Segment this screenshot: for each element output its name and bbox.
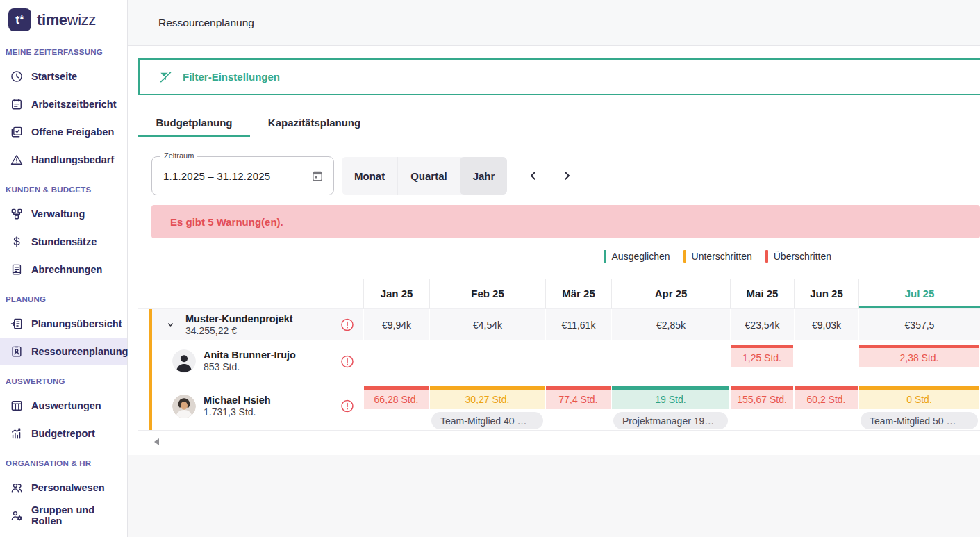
project-name-cell: Muster-Kundenprojekt34.255,22 €: [149, 309, 363, 340]
project-month-value-mai-25: €23,54k: [730, 309, 794, 340]
hours-block-ausgeglichen[interactable]: 19 Std.: [612, 386, 729, 409]
month-header-jul-25: Jul 25: [858, 279, 980, 309]
sidebar-item-label: Gruppen und Rollen: [31, 504, 127, 527]
report-icon: [10, 97, 24, 111]
row-warning-button[interactable]: [340, 318, 354, 332]
zeitraum-value: 1.1.2025 – 31.12.2025: [163, 170, 310, 182]
zeitraum-field-label: Zeitraum: [160, 151, 197, 160]
tab-kapazitätsplanung[interactable]: Kapazitätsplanung: [250, 110, 379, 137]
legend-color-bar: [765, 250, 768, 263]
person-row-michael-hsieh: Michael Hsieh1.731,3 Std.66,28 Std.30,27…: [138, 382, 980, 431]
legend-item-ausgeglichen: Ausgeglichen: [604, 250, 670, 263]
hours-block-unterschritten[interactable]: 0 Std.: [859, 386, 979, 409]
planning-cell-anita-brunner-irujo-feb-25: [429, 340, 545, 382]
dollar-icon: [10, 235, 24, 249]
period-button-monat[interactable]: Monat: [342, 157, 397, 195]
planning-cell-michael-hsieh-mär-25: 77,4 Std.: [545, 382, 611, 430]
row-warning-button[interactable]: [340, 354, 354, 368]
project-budget: 34.255,22 €: [185, 325, 293, 338]
legend-label: Überschritten: [774, 251, 831, 262]
month-header-mai-25: Mai 25: [730, 279, 794, 309]
app-window: t* timewizz MEINE ZEITERFASSUNGStartseit…: [0, 0, 980, 537]
sidebar-item-auswertungen[interactable]: Auswertungen: [0, 392, 127, 420]
person-title-block: Anita Brunner-Irujo853 Std.: [204, 349, 296, 374]
hours-block-ueberschritten[interactable]: 1,25 Std.: [731, 345, 793, 367]
month-header-feb-25: Feb 25: [429, 279, 545, 309]
hours-block-ueberschritten[interactable]: 77,4 Std.: [546, 386, 611, 409]
planning-cell-anita-brunner-irujo-jul-25: 2,38 Std.: [858, 340, 980, 382]
status-legend: AusgeglichenUnterschrittenÜberschritten: [138, 249, 980, 264]
nav-section-label-organisation-hr: ORGANISATION & HR: [0, 447, 127, 474]
calendar-icon[interactable]: [310, 169, 324, 183]
period-button-jahr[interactable]: Jahr: [460, 157, 508, 195]
period-button-quartal[interactable]: Quartal: [397, 157, 460, 195]
project-name: Muster-Kundenprojekt: [185, 313, 293, 325]
planning-cell-anita-brunner-irujo-jun-25: [794, 340, 858, 382]
sidebar-item-label: Handlungsbedarf: [31, 154, 114, 165]
sidebar-item-label: Startseite: [31, 71, 77, 82]
sidebar-item-planungsübersicht[interactable]: Planungsübersicht: [0, 310, 127, 338]
sidebar-item-arbeitszeitbericht[interactable]: Arbeitszeitbericht: [0, 90, 127, 118]
nav-section-label-planung: PLANUNG: [0, 283, 127, 310]
approvals-icon: [10, 125, 24, 139]
table-header-row: Jan 25Feb 25Mär 25Apr 25Mai 25Jun 25Jul …: [138, 279, 980, 309]
sidebar-item-label: Ressourcenplanung: [31, 346, 128, 357]
sidebar-item-ressourcenplanung[interactable]: Ressourcenplanung: [0, 338, 127, 365]
filter-funnel-icon: [158, 70, 172, 84]
hours-block-unterschritten[interactable]: 30,27 Std.: [430, 386, 545, 409]
assignment-pill[interactable]: Team-Mitglied 40 …: [431, 412, 543, 429]
tab-budgetplanung[interactable]: Budgetplanung: [138, 110, 250, 137]
person-gear-icon: [10, 509, 24, 522]
sidebar-item-gruppen-und-rollen[interactable]: Gruppen und Rollen: [0, 502, 127, 529]
sidebar-item-label: Planungsübersicht: [31, 318, 122, 329]
sidebar-item-budgetreport[interactable]: Budgetreport: [0, 420, 127, 447]
planning-cell-anita-brunner-irujo-mai-25: 1,25 Std.: [730, 340, 794, 382]
filter-settings-expander[interactable]: Filter-Einstellungen: [138, 58, 980, 95]
sidebar-item-startseite[interactable]: Startseite: [0, 63, 127, 90]
zeitraum-field[interactable]: Zeitraum 1.1.2025 – 31.12.2025: [151, 156, 334, 195]
tab-bar: BudgetplanungKapazitätsplanung: [138, 110, 980, 137]
project-month-value-apr-25: €2,85k: [611, 309, 730, 340]
hours-block-ueberschritten[interactable]: 155,67 Std.: [731, 386, 793, 409]
warning-circle-icon: [340, 399, 354, 413]
sidebar-nav: MEINE ZEITERFASSUNGStartseiteArbeitszeit…: [0, 36, 127, 529]
scroll-left-arrow-icon[interactable]: [154, 438, 159, 445]
previous-period-button[interactable]: [524, 166, 543, 185]
sidebar-item-label: Personalwesen: [31, 482, 105, 493]
planning-cell-michael-hsieh-feb-25: 30,27 Std.Team-Mitglied 40 …: [429, 382, 545, 430]
sidebar-item-verwaltung[interactable]: Verwaltung: [0, 200, 127, 228]
assignment-pill[interactable]: Team-Mitglied 50 …: [861, 412, 978, 429]
topbar: Ressourcenplanung: [128, 0, 980, 46]
logo-badge-icon: t*: [8, 8, 31, 31]
hours-block-ueberschritten[interactable]: 2,38 Std.: [859, 345, 979, 367]
sidebar-item-label: Offene Freigaben: [31, 126, 114, 138]
hours-block-ueberschritten[interactable]: 60,2 Std.: [795, 386, 858, 409]
period-button-group: MonatQuartalJahr: [342, 157, 507, 195]
warning-banner-text: Es gibt 5 Warnung(en).: [170, 216, 283, 228]
logo-wordmark: timewizz: [37, 11, 96, 29]
timewizz-logo[interactable]: t* timewizz: [0, 0, 127, 36]
planning-cell-michael-hsieh-jul-25: 0 Std.Team-Mitglied 50 …: [858, 382, 980, 430]
sidebar-item-offene-freigaben[interactable]: Offene Freigaben: [0, 118, 127, 146]
sidebar-item-handlungsbedarf[interactable]: Handlungsbedarf: [0, 146, 127, 174]
legend-color-bar: [604, 250, 606, 263]
assignment-pill[interactable]: Projektmanager 19…: [613, 412, 728, 429]
sidebar-item-personalwesen[interactable]: Personalwesen: [0, 474, 127, 502]
avatar: [172, 395, 196, 418]
person-name: Anita Brunner-Irujo: [204, 349, 296, 361]
next-period-button[interactable]: [557, 166, 576, 185]
nav-section-label-kunden-budgets: KUNDEN & BUDGETS: [0, 174, 127, 200]
sidebar-item-label: Verwaltung: [31, 208, 85, 220]
month-header-jan-25: Jan 25: [363, 279, 429, 309]
sidebar-item-stundensätze[interactable]: Stundensätze: [0, 228, 127, 256]
person-title-block: Michael Hsieh1.731,3 Std.: [204, 394, 271, 419]
planning-cell-michael-hsieh-jun-25: 60,2 Std.: [794, 382, 858, 430]
page-title: Ressourcenplanung: [158, 17, 254, 29]
warning-banner: Es gibt 5 Warnung(en).: [151, 205, 980, 238]
hours-block-ueberschritten[interactable]: 66,28 Std.: [364, 386, 429, 409]
table-horizontal-scrollbar[interactable]: [138, 436, 980, 447]
row-warning-button[interactable]: [340, 399, 354, 413]
expand-collapse-button[interactable]: [163, 318, 177, 332]
sidebar-item-abrechnungen[interactable]: Abrechnungen: [0, 256, 127, 283]
planning-cell-michael-hsieh-mai-25: 155,67 Std.: [730, 382, 794, 430]
